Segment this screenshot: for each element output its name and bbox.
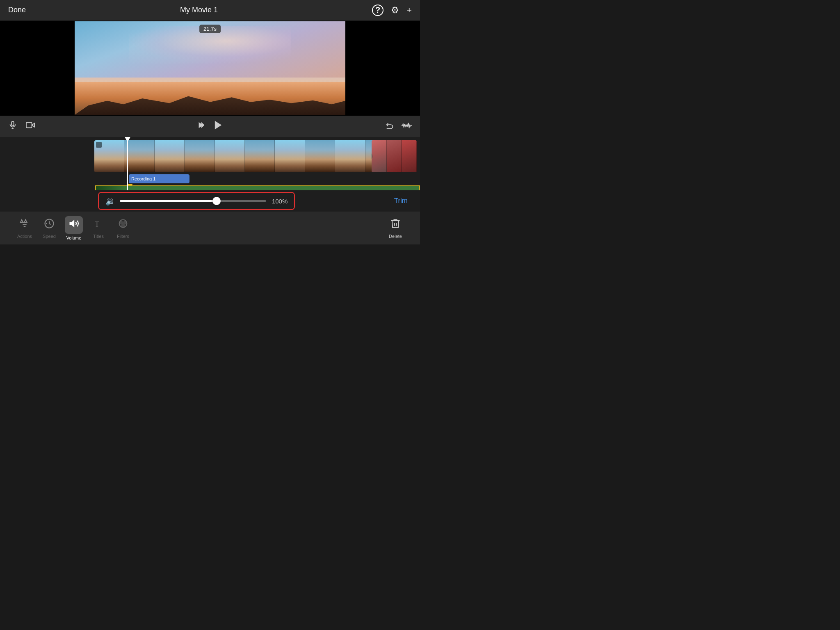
camera-icon[interactable] — [25, 121, 35, 132]
controls-left — [8, 121, 35, 132]
film-frame — [305, 140, 335, 172]
film-frame — [185, 140, 215, 172]
titles-label: Titles — [93, 234, 104, 239]
delete-button[interactable]: Delete — [383, 218, 408, 239]
titles-icon: T — [93, 218, 104, 232]
track-fade — [96, 186, 129, 190]
volume-slider-fill — [120, 200, 217, 202]
trim-button[interactable]: Trim — [390, 197, 412, 205]
toolbar-item-titles[interactable]: T Titles — [86, 218, 111, 239]
volume-icon: 🔉 — [105, 196, 116, 206]
next-clip-frame — [387, 140, 402, 172]
help-icon[interactable]: ? — [372, 5, 383, 16]
film-frame — [335, 140, 365, 172]
header: Done My Movie 1 ? ⚙ + — [0, 0, 420, 21]
svg-marker-7 — [70, 220, 75, 228]
film-frame — [94, 140, 124, 172]
volume-box: 🔉 100% — [98, 192, 295, 210]
controls-right — [386, 121, 412, 132]
film-frame — [245, 140, 275, 172]
video-preview[interactable]: 21.7s — [75, 21, 345, 115]
film-frame — [155, 140, 185, 172]
next-clip-frame — [372, 140, 387, 172]
timestamp-badge: 21.7s — [199, 25, 221, 33]
play-icon[interactable] — [212, 119, 224, 133]
toolbar-item-actions[interactable]: Actions — [12, 218, 37, 239]
controls-center — [197, 119, 224, 133]
film-frame — [275, 140, 305, 172]
next-clip[interactable]: ⏭ — [372, 140, 417, 172]
volume-slider-thumb[interactable] — [212, 197, 221, 205]
delete-label: Delete — [389, 234, 402, 239]
filters-icon — [117, 218, 129, 232]
delete-icon — [390, 218, 401, 232]
undo-icon[interactable] — [386, 121, 395, 132]
rewind-icon[interactable] — [197, 121, 206, 132]
svg-rect-1 — [26, 123, 32, 128]
filters-label: Filters — [117, 234, 129, 239]
bottom-toolbar: Actions Speed Volume — [0, 212, 420, 244]
settings-icon[interactable]: ⚙ — [391, 5, 399, 16]
volume-toolbar-icon — [68, 219, 80, 232]
volume-active-bg — [65, 216, 83, 234]
next-clip-frame — [402, 140, 417, 172]
toolbar-item-filters[interactable]: Filters — [111, 218, 135, 239]
actions-icon — [19, 218, 30, 232]
movie-title: My Movie 1 — [180, 6, 218, 14]
svg-rect-0 — [11, 121, 14, 126]
music-track[interactable]: Simple — [95, 185, 420, 190]
speed-label: Speed — [43, 234, 56, 239]
volume-slider[interactable] — [120, 200, 266, 202]
svg-point-10 — [120, 221, 123, 224]
timeline-area: ⏭ Recording 1 Simple — [0, 137, 420, 190]
volume-panel: 🔉 100% Trim — [0, 190, 420, 212]
recording-track[interactable]: Recording 1 — [129, 174, 189, 183]
film-frame — [124, 140, 154, 172]
add-icon[interactable]: + — [406, 5, 412, 16]
volume-percent: 100% — [270, 198, 288, 205]
speed-icon — [43, 218, 55, 232]
film-frame — [215, 140, 245, 172]
preview-area: 21.7s — [0, 21, 420, 116]
svg-point-12 — [122, 224, 125, 227]
svg-marker-2 — [215, 121, 221, 130]
actions-label: Actions — [17, 234, 32, 239]
volume-toolbar-label: Volume — [66, 235, 82, 240]
toolbar-item-volume[interactable]: Volume — [62, 216, 86, 240]
playhead[interactable] — [127, 137, 128, 190]
controls-bar — [0, 116, 420, 137]
done-button[interactable]: Done — [8, 6, 26, 14]
svg-point-11 — [123, 221, 126, 224]
recording-label: Recording 1 — [131, 176, 155, 181]
header-controls: ? ⚙ + — [372, 5, 412, 16]
microphone-icon[interactable] — [8, 121, 17, 132]
toolbar-item-speed[interactable]: Speed — [37, 218, 62, 239]
svg-text:T: T — [95, 220, 100, 228]
waveform-icon[interactable] — [401, 121, 412, 132]
video-track[interactable] — [94, 140, 395, 172]
film-strip — [94, 140, 395, 172]
clip-icon — [96, 142, 102, 148]
